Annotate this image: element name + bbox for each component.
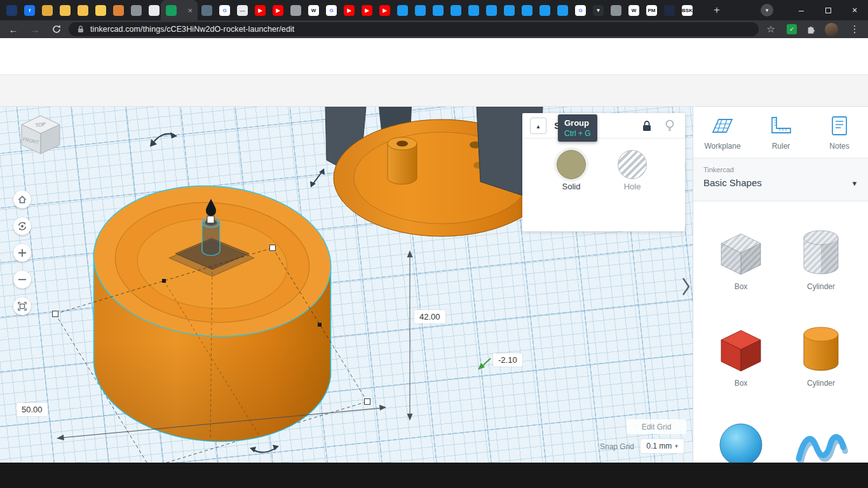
rocket-object[interactable] (325, 107, 550, 236)
workplane-tool[interactable]: Workplane (693, 114, 752, 151)
category-name: Basic Shapes (703, 177, 762, 188)
pinned-tab[interactable] (415, 5, 426, 16)
extensions-puzzle-icon[interactable] (804, 22, 818, 36)
pinned-tab[interactable] (433, 5, 444, 16)
pinned-tab[interactable] (131, 5, 142, 16)
height-handle[interactable] (207, 216, 214, 223)
pinned-tab[interactable] (6, 5, 17, 16)
orbit-view-button[interactable] (13, 217, 31, 235)
pinned-tab[interactable]: ▼ (593, 5, 604, 16)
solid-swatch[interactable] (557, 150, 586, 179)
pinned-tab[interactable] (60, 5, 71, 16)
window-close-button[interactable]: × (841, 0, 868, 20)
pinned-tab[interactable]: ▶ (255, 5, 266, 16)
bookmark-star-icon[interactable]: ☆ (764, 22, 778, 36)
pinned-tab[interactable]: G (219, 5, 230, 16)
url-omnibox[interactable]: tinkercad.com/things/cCE3HiNw2dO-rocket-… (69, 22, 759, 36)
zoom-out-button[interactable] (13, 271, 31, 288)
new-tab-button[interactable]: + (709, 3, 724, 18)
pinned-tab[interactable] (539, 5, 550, 16)
forward-button[interactable]: → (28, 22, 42, 36)
pinned-tab[interactable]: ▶ (362, 5, 372, 16)
shape-cylinder-orange[interactable]: Cylinder (792, 323, 850, 388)
ruler-tool[interactable]: Ruler (752, 114, 810, 151)
edit-grid-button[interactable]: Edit Grid (627, 419, 686, 434)
lock-toggle[interactable] (641, 119, 653, 135)
pinned-tab[interactable] (451, 5, 461, 16)
pinned-tab[interactable] (486, 5, 497, 16)
tab-search-icon[interactable]: ▾ (761, 4, 773, 17)
lightbulb-icon (663, 119, 676, 133)
tab-close-icon[interactable]: × (187, 6, 193, 15)
dimension-height-value[interactable]: 42.00 (414, 310, 445, 323)
pinned-tab[interactable] (397, 5, 408, 16)
pinned-tab[interactable] (468, 5, 479, 16)
visibility-toggle[interactable] (663, 119, 676, 135)
notes-label: Notes (810, 142, 868, 151)
inspector-collapse-button[interactable]: ▴ (530, 118, 546, 134)
pinned-tab[interactable] (42, 5, 53, 16)
dimension-width-value[interactable]: 50.00 (17, 403, 48, 416)
back-button[interactable]: ← (6, 22, 20, 36)
window-maximize-button[interactable] (815, 0, 841, 20)
workplane-label: Workplane (693, 142, 752, 151)
edge-handle[interactable] (318, 323, 322, 327)
browser-menu-icon[interactable]: ⋮ (848, 22, 862, 36)
window-minimize-button[interactable]: – (788, 0, 815, 20)
hole-swatch[interactable] (618, 150, 647, 179)
pinned-tab[interactable] (149, 5, 159, 16)
scale-handle[interactable] (365, 399, 370, 405)
scale-handle[interactable] (53, 311, 58, 317)
shape-label: Cylinder (792, 379, 850, 388)
shape-sphere-blue[interactable] (712, 419, 770, 463)
pinned-tab[interactable]: G (575, 5, 586, 16)
shape-box-striped[interactable]: Box (712, 226, 770, 291)
pinned-tab[interactable]: ▶ (344, 5, 355, 16)
fit-icon (18, 302, 27, 311)
pinned-tab[interactable]: BSK (682, 5, 693, 16)
pinned-tab[interactable] (95, 5, 106, 16)
shape-box-red[interactable]: Box (712, 323, 770, 388)
reload-button[interactable] (50, 22, 64, 36)
notes-tool[interactable]: Notes (810, 114, 868, 151)
pinned-tab[interactable] (290, 5, 301, 16)
pinned-tab[interactable]: ▶ (379, 5, 390, 16)
pinned-tab[interactable]: — (237, 5, 248, 16)
active-tab[interactable]: × (161, 0, 198, 20)
pinned-tab[interactable]: G (326, 5, 337, 16)
pinned-tab[interactable] (201, 5, 212, 16)
view-cube[interactable]: TOP FRONT (13, 112, 69, 168)
viewport-3d[interactable]: TOP FRONT 42.00 -2.10 50.00 ▴ Shape (0, 107, 693, 463)
snap-grid-dropdown[interactable]: 0.1 mm ▾ (640, 438, 684, 454)
browser-tab-strip: f × G—▶▶WG▶▶▶G▼WPMBSK + ▾ – × (0, 0, 868, 20)
home-view-button[interactable] (13, 191, 31, 208)
browser-profile-avatar[interactable] (825, 23, 838, 36)
pinned-tab[interactable] (78, 5, 88, 16)
pinned-tab[interactable]: PM (646, 5, 657, 16)
dimension-offset-value[interactable]: -2.10 (493, 353, 522, 367)
extension-check-icon[interactable]: ✓ (787, 24, 797, 34)
pinned-tab[interactable] (113, 5, 124, 16)
pinned-tab[interactable]: ▶ (273, 5, 283, 16)
shape-cylinder-striped[interactable]: Cylinder (792, 226, 850, 291)
pinned-tab[interactable]: W (308, 5, 319, 16)
shape-category-bar[interactable]: Tinkercad Basic Shapes ▾ (693, 158, 868, 201)
pinned-tab[interactable] (557, 5, 568, 16)
offset-handle-arrow[interactable] (478, 358, 491, 370)
chevron-right-icon (681, 276, 691, 297)
chevron-down-icon: ▾ (675, 443, 678, 449)
pinned-tab[interactable] (522, 5, 532, 16)
scale-handle[interactable] (270, 245, 276, 251)
pinned-tab[interactable] (664, 5, 675, 16)
tooltip-shortcut: Ctrl + G (564, 129, 591, 138)
pinned-tab[interactable] (504, 5, 515, 16)
sidebar-collapse-handle[interactable] (681, 276, 691, 300)
pinned-tab[interactable]: W (628, 5, 639, 16)
pinned-tab[interactable] (611, 5, 621, 16)
shape-scribble-blue[interactable] (792, 419, 850, 463)
zoom-in-button[interactable] (13, 244, 31, 262)
shape-label: Box (712, 282, 770, 291)
fit-view-button[interactable] (13, 297, 31, 315)
pinned-tab[interactable]: f (24, 5, 35, 16)
edge-handle[interactable] (162, 279, 166, 283)
